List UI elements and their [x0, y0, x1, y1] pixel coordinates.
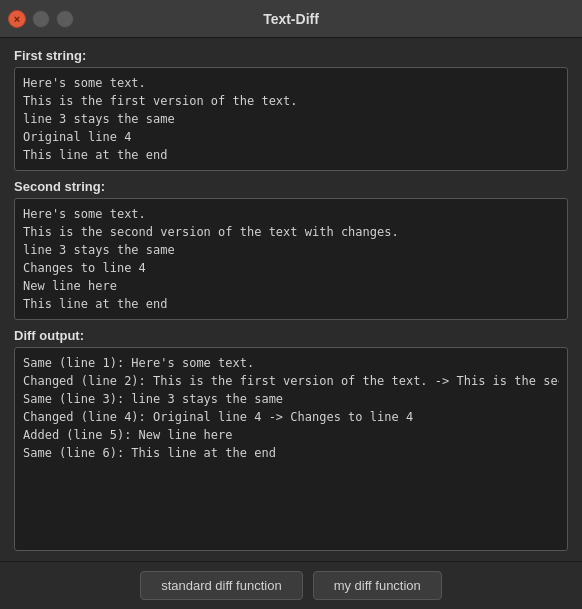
list-item: line 3 stays the same	[23, 110, 559, 128]
window-controls: ×	[8, 10, 74, 28]
list-item: Changes to line 4	[23, 259, 559, 277]
diff-output-box[interactable]: Same (line 1): Here's some text.Changed …	[14, 347, 568, 551]
close-button[interactable]: ×	[8, 10, 26, 28]
list-item: This is the second version of the text w…	[23, 223, 559, 241]
first-string-box[interactable]: Here's some text.This is the first versi…	[14, 67, 568, 171]
maximize-button[interactable]	[56, 10, 74, 28]
list-item: Added (line 5): New line here	[23, 426, 559, 444]
diff-output-section: Diff output: Same (line 1): Here's some …	[14, 328, 568, 551]
second-string-box[interactable]: Here's some text.This is the second vers…	[14, 198, 568, 320]
my-diff-button[interactable]: my diff function	[313, 571, 442, 600]
list-item: This is the first version of the text.	[23, 92, 559, 110]
second-string-label: Second string:	[14, 179, 568, 194]
window-title: Text-Diff	[263, 11, 319, 27]
first-string-section: First string: Here's some text.This is t…	[14, 48, 568, 171]
second-string-section: Second string: Here's some text.This is …	[14, 179, 568, 320]
list-item: Changed (line 4): Original line 4 -> Cha…	[23, 408, 559, 426]
list-item: Here's some text.	[23, 205, 559, 223]
list-item: Changed (line 2): This is the first vers…	[23, 372, 559, 390]
list-item: Original line 4	[23, 128, 559, 146]
list-item: Same (line 1): Here's some text.	[23, 354, 559, 372]
list-item: New line here	[23, 277, 559, 295]
titlebar: × Text-Diff	[0, 0, 582, 38]
minimize-button[interactable]	[32, 10, 50, 28]
main-window: × Text-Diff First string: Here's some te…	[0, 0, 582, 609]
footer: standard diff function my diff function	[0, 561, 582, 609]
list-item: Same (line 6): This line at the end	[23, 444, 559, 462]
list-item: This line at the end	[23, 295, 559, 313]
list-item: Same (line 3): line 3 stays the same	[23, 390, 559, 408]
list-item: Here's some text.	[23, 74, 559, 92]
standard-diff-button[interactable]: standard diff function	[140, 571, 302, 600]
first-string-label: First string:	[14, 48, 568, 63]
close-icon: ×	[14, 13, 20, 25]
diff-output-label: Diff output:	[14, 328, 568, 343]
list-item: This line at the end	[23, 146, 559, 164]
list-item: line 3 stays the same	[23, 241, 559, 259]
content-area: First string: Here's some text.This is t…	[0, 38, 582, 561]
